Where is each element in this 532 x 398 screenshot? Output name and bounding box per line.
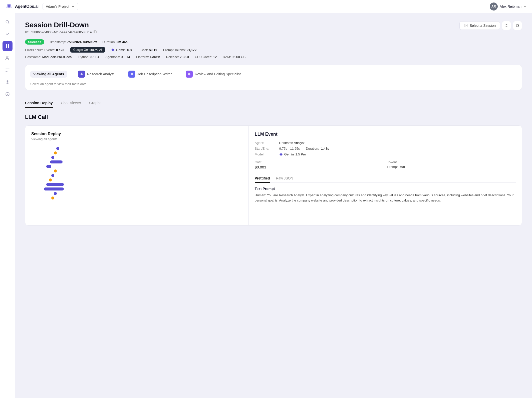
python-item: Python: 3.11.4 bbox=[78, 55, 99, 59]
start-end-label: Start/End: bbox=[255, 147, 277, 150]
agent-label: Agent: bbox=[255, 141, 277, 145]
errors-item: Errors / Num Events: 0 / 23 bbox=[25, 48, 64, 52]
svg-rect-1 bbox=[6, 44, 7, 46]
model-gemini-icon bbox=[279, 153, 283, 156]
agent-tab-all[interactable]: Viewing all Agents bbox=[30, 71, 67, 78]
svg-rect-4 bbox=[8, 46, 9, 48]
tab-raw-json[interactable]: Raw JSON bbox=[276, 174, 293, 183]
text-prompt-content: Human: You are Research Analyst. Expert … bbox=[255, 193, 516, 203]
jd-agent-icon bbox=[128, 71, 135, 78]
cost-tokens-grid: Cost $0.003 Tokens Prompt: 600 bbox=[255, 160, 516, 169]
select-session-label: Select a Session bbox=[470, 24, 496, 28]
sidebar-item-help[interactable] bbox=[3, 89, 13, 99]
agent-tab-research[interactable]: Research Analyst bbox=[75, 69, 117, 79]
cost-box: Cost $0.003 bbox=[255, 160, 383, 169]
svg-point-6 bbox=[7, 82, 8, 83]
svg-point-0 bbox=[6, 21, 9, 23]
agent-tab-jd-writer[interactable]: Job Description Writer bbox=[125, 69, 175, 79]
research-agent-label: Research Analyst bbox=[87, 72, 114, 76]
search-icon bbox=[5, 20, 10, 25]
prompt-tokens-item: Prompt Tokens: 21,172 bbox=[163, 48, 196, 52]
model-label: Model: bbox=[255, 152, 277, 156]
agent-tab-editing[interactable]: Review and Editing Specialist bbox=[183, 69, 244, 79]
tabs-row: Session Replay Chat Viewer Graphs bbox=[25, 98, 522, 108]
replay-panel: Session Replay Viewing all agents bbox=[25, 126, 249, 225]
model-item: Gemini 0.8.3 bbox=[111, 48, 135, 52]
tab-graphs[interactable]: Graphs bbox=[89, 98, 101, 108]
dot-3 bbox=[51, 156, 54, 159]
main-content: Session Drill-Down ID: d3b86b2c-f930-4d1… bbox=[15, 13, 532, 234]
bar-9 bbox=[46, 183, 64, 186]
svg-point-11 bbox=[465, 25, 466, 26]
tab-session-replay[interactable]: Session Replay bbox=[25, 98, 53, 108]
cascade-row-6 bbox=[54, 169, 242, 172]
chevron-down-icon bbox=[71, 5, 75, 8]
logo-icon bbox=[5, 3, 13, 11]
dot-12 bbox=[51, 196, 54, 200]
user-area[interactable]: AR Alex Reibman bbox=[490, 3, 527, 11]
meta-row-3: HostName: MacBook-Pro-8.local Python: 3.… bbox=[25, 55, 522, 59]
event-agent-row: Agent: Research Analyst bbox=[255, 141, 516, 145]
dot-8 bbox=[49, 178, 52, 181]
ram-item: RAM: 96.00 GB bbox=[223, 55, 245, 59]
tab-prettified[interactable]: Prettified bbox=[255, 174, 270, 183]
app-name: AgentOps.ai bbox=[15, 4, 39, 9]
svg-rect-10 bbox=[464, 24, 467, 27]
sidebar bbox=[0, 13, 15, 398]
svg-rect-12 bbox=[131, 73, 133, 75]
sidebar-item-analytics[interactable] bbox=[3, 29, 13, 39]
refresh-button[interactable] bbox=[513, 21, 522, 30]
sidebar-item-sessions[interactable] bbox=[3, 41, 13, 51]
grid-icon bbox=[5, 44, 10, 49]
sidebar-item-traces[interactable] bbox=[3, 65, 13, 75]
duration-label: Duration: bbox=[306, 147, 319, 150]
sidebar-item-search[interactable] bbox=[3, 17, 13, 27]
cascade-row-3 bbox=[51, 156, 242, 159]
agent-value: Research Analyst bbox=[279, 141, 305, 145]
tokens-label: Tokens bbox=[387, 160, 516, 164]
editing-agent-icon bbox=[186, 71, 193, 78]
gemini-icon bbox=[111, 48, 115, 52]
event-panel: LLM Event Agent: Research Analyst Start/… bbox=[249, 126, 522, 225]
provider-badge: Google Generative AI bbox=[70, 47, 105, 53]
svg-point-5 bbox=[6, 57, 8, 58]
duration-value: 1.48s bbox=[321, 147, 329, 150]
tab-chat-viewer[interactable]: Chat Viewer bbox=[61, 98, 81, 108]
avatar: AR bbox=[490, 3, 498, 11]
jd-agent-label: Job Description Writer bbox=[137, 72, 172, 76]
user-chevron-icon bbox=[523, 5, 527, 8]
select-session-button[interactable]: Select a Session bbox=[459, 21, 500, 30]
page-title: Session Drill-Down bbox=[25, 21, 97, 29]
chart-icon bbox=[5, 32, 10, 37]
session-id-row: ID: d3b86b2c-f930-4d17-aee7-674e6858371e bbox=[25, 30, 97, 34]
svg-rect-9 bbox=[94, 31, 96, 33]
project-selector[interactable]: Adam's Project bbox=[43, 3, 78, 10]
copy-icon[interactable] bbox=[93, 30, 97, 34]
cascade-visualization bbox=[31, 147, 242, 200]
agentops-item: Agentops: 0.3.14 bbox=[105, 55, 130, 59]
tokens-prompt-value: 600 bbox=[400, 165, 405, 169]
logo: AgentOps.ai bbox=[5, 3, 39, 11]
dot-7 bbox=[51, 174, 54, 177]
cascade-row-8 bbox=[49, 178, 242, 181]
collapse-button[interactable] bbox=[502, 21, 511, 30]
agent-select-hint: Select an agent to view their meta data bbox=[30, 82, 517, 86]
tokens-prompt: Prompt: 600 bbox=[387, 165, 516, 169]
cascade-row-11 bbox=[54, 192, 242, 195]
page-title-area: Session Drill-Down ID: d3b86b2c-f930-4d1… bbox=[25, 21, 97, 34]
event-panel-title: LLM Event bbox=[255, 132, 516, 137]
collapse-icon bbox=[504, 24, 508, 28]
dot-2 bbox=[54, 151, 57, 154]
svg-rect-3 bbox=[6, 46, 7, 48]
settings-icon bbox=[5, 80, 10, 85]
cpu-item: CPU Cores: 12 bbox=[195, 55, 217, 59]
event-timing-row: Start/End: 9.77s - 11.25s Duration: 1.48… bbox=[255, 147, 516, 150]
meta-row-2: Errors / Num Events: 0 / 23 Google Gener… bbox=[25, 47, 522, 53]
llm-panel: Session Replay Viewing all agents bbox=[25, 125, 522, 226]
cascade-row-1 bbox=[56, 147, 242, 150]
svg-point-8 bbox=[7, 95, 8, 96]
sidebar-item-agents[interactable] bbox=[3, 53, 13, 63]
user-name: Alex Reibman bbox=[500, 5, 521, 9]
viewing-all-label: Viewing all Agents bbox=[33, 72, 64, 76]
sidebar-item-settings[interactable] bbox=[3, 77, 13, 87]
